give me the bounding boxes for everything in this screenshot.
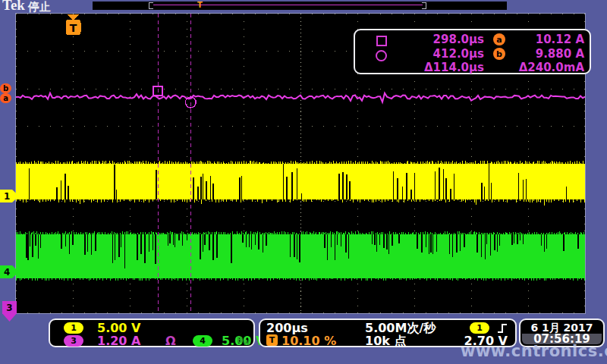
ch3-badge: 3 [64,335,83,347]
record-window-left-bracket [149,2,153,9]
ch4-badge: 4 [193,335,212,347]
cursor-a-value: 10.12 A [511,33,584,46]
record-view-bar: T [93,2,507,10]
oscilloscope-screen: { "colors":{"bg":"#565b9e","ch1":"#ffff0… [0,0,607,364]
tek-logo: Tek [2,0,25,14]
trigger-position-marker: T [66,14,81,35]
ch1-waveform [16,161,585,206]
record-trigger-marker: T [197,1,203,9]
record-window-span-line [153,5,423,5]
cursor-b-badge: b [493,48,505,60]
cursor-a-level-marker: a [0,93,11,103]
cursor-a-badge: a [493,33,505,46]
channel-readout-box: 1 5.00 V 3 1.20 A Ω 4 5.00 V BW [49,318,255,347]
trigger-position-percent: 10.10 % [281,334,336,348]
cursor1-time: 298.0µs [399,33,484,46]
record-length: 10k 点 [365,334,406,350]
cursor-delta-value: Δ240.0mA [496,61,584,74]
trigger-source-badge: 1 [470,322,489,334]
svg-text:T: T [70,22,77,34]
cursor2-time: 412.0µs [399,47,484,61]
cursor-delta-time: Δ114.0µs [399,61,484,74]
ch3-position-marker: 3 [2,301,17,322]
cursor1-square-icon [376,36,387,46]
ch3-impedance: Ω [165,334,176,348]
record-window-right-bracket [422,2,426,9]
ch3-scale: 1.20 A [97,334,140,348]
cursor2-circle-icon [376,50,387,61]
trigger-position-badge: T [266,334,278,346]
cursor-b-value: 9.880 A [511,47,584,61]
ch4-waveform [16,231,585,281]
ch1-badge: 1 [64,322,83,334]
cursor-b-level-marker: b [0,83,11,93]
watermark: www.cntronics.com [461,342,607,360]
ch4-bandwidth-icon: BW [237,335,250,347]
cursor-readout-box: 298.0µs a 10.12 A 412.0µs b 9.880 A Δ114… [354,29,591,74]
